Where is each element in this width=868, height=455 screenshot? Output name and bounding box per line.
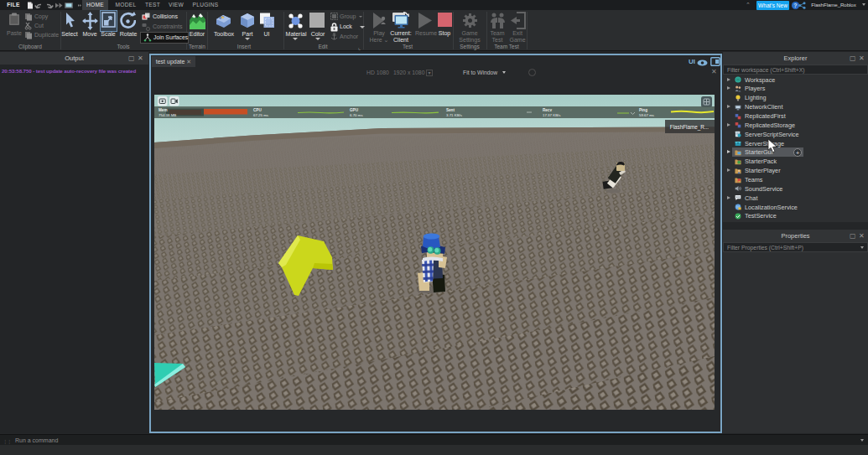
svg-text:17.37 KB/s: 17.37 KB/s xyxy=(543,113,561,117)
svg-text:Sent: Sent xyxy=(446,108,455,112)
svg-text:Mem: Mem xyxy=(159,108,167,112)
svg-text:6.70 ms: 6.70 ms xyxy=(350,113,363,117)
svg-text:59.67 ms: 59.67 ms xyxy=(639,113,655,117)
svg-text:3.71 KB/s: 3.71 KB/s xyxy=(446,113,463,117)
svg-text:754.38 MB: 754.38 MB xyxy=(159,113,176,117)
svg-text:GPU: GPU xyxy=(350,108,359,112)
svg-text:CPU: CPU xyxy=(253,108,262,112)
svg-text:Recv: Recv xyxy=(543,108,552,112)
svg-text:FlashFlame_R...: FlashFlame_R... xyxy=(670,124,709,131)
svg-text:Ping: Ping xyxy=(639,108,647,112)
svg-text:67.25 ms: 67.25 ms xyxy=(253,113,269,117)
